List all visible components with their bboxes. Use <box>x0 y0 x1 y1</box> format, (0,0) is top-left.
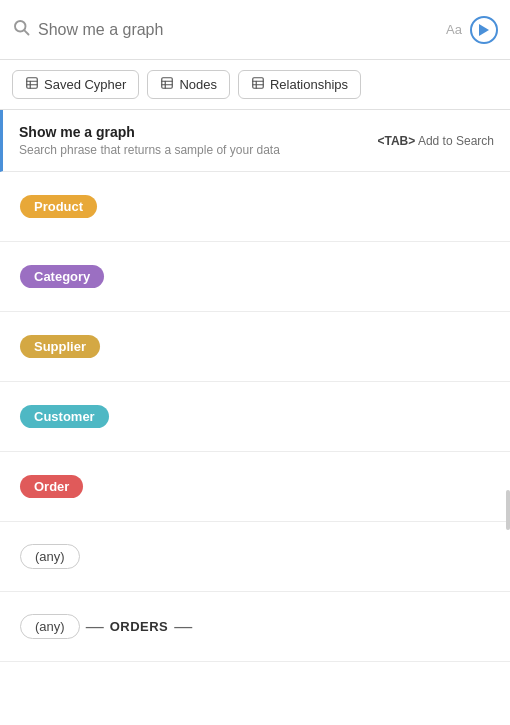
rel-line-left: — <box>86 616 104 637</box>
suggestion-title: Show me a graph <box>19 124 280 140</box>
tag-category: Category <box>20 265 104 288</box>
relationships-icon <box>251 76 265 93</box>
node-row-category[interactable]: Category <box>0 242 510 312</box>
nodes-icon <box>160 76 174 93</box>
svg-rect-3 <box>27 78 38 89</box>
saved-cypher-icon <box>25 76 39 93</box>
tag-customer: Customer <box>20 405 109 428</box>
tag-order: Order <box>20 475 83 498</box>
tab-nodes[interactable]: Nodes <box>147 70 230 99</box>
tag-product: Product <box>20 195 97 218</box>
scrollbar[interactable] <box>506 490 510 530</box>
suggestion-subtitle: Search phrase that returns a sample of y… <box>19 143 280 157</box>
node-row-product[interactable]: Product <box>0 172 510 242</box>
search-input[interactable] <box>38 21 438 39</box>
relationship-row-any-orders[interactable]: (any) — ORDERS — <box>0 592 510 662</box>
search-bar: Aa <box>0 0 510 60</box>
rel-any-orders-left: (any) <box>20 614 80 639</box>
suggestion-tab-hint: <TAB> Add to Search <box>377 134 494 148</box>
tab-saved-cypher-label: Saved Cypher <box>44 77 126 92</box>
tab-saved-cypher[interactable]: Saved Cypher <box>12 70 139 99</box>
suggestion-row[interactable]: Show me a graph Search phrase that retur… <box>0 110 510 172</box>
rel-line-right: — <box>174 616 192 637</box>
node-row-supplier[interactable]: Supplier <box>0 312 510 382</box>
svg-line-1 <box>24 30 28 34</box>
rel-label-orders: ORDERS <box>110 619 169 634</box>
search-right-controls: Aa <box>446 16 498 44</box>
tab-relationships-label: Relationships <box>270 77 348 92</box>
svg-marker-2 <box>479 24 489 36</box>
tab-nodes-label: Nodes <box>179 77 217 92</box>
tab-action: Add to Search <box>418 134 494 148</box>
suggestion-content: Show me a graph Search phrase that retur… <box>19 124 280 157</box>
tab-relationships[interactable]: Relationships <box>238 70 361 99</box>
aa-label: Aa <box>446 22 462 37</box>
tab-bar: Saved Cypher Nodes <box>0 60 510 110</box>
svg-rect-11 <box>253 78 264 89</box>
search-icon <box>12 18 30 41</box>
node-row-customer[interactable]: Customer <box>0 382 510 452</box>
svg-rect-7 <box>162 78 173 89</box>
rel-any-left: (any) <box>20 544 80 569</box>
tag-supplier: Supplier <box>20 335 100 358</box>
play-button[interactable] <box>470 16 498 44</box>
tab-key: <TAB> <box>377 134 415 148</box>
node-row-order[interactable]: Order <box>0 452 510 522</box>
relationship-row-any[interactable]: (any) <box>0 522 510 592</box>
